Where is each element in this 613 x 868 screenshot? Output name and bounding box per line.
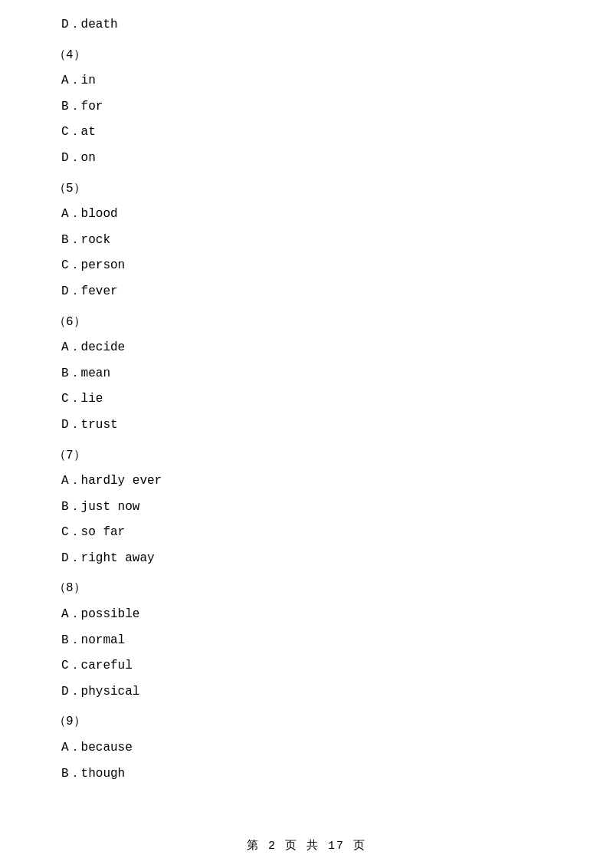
answer-option: A．blood xyxy=(61,205,567,225)
answer-option: D．right away xyxy=(61,549,567,569)
answer-option: A．because xyxy=(61,738,567,758)
answer-option: D．on xyxy=(61,149,567,169)
answer-option: D．physical xyxy=(61,682,567,702)
answer-option: C．lie xyxy=(61,390,567,409)
answer-option: B．just now xyxy=(61,498,567,518)
answer-option: A．decide xyxy=(61,338,567,358)
answer-option: C．so far xyxy=(61,523,567,543)
question-number: （5） xyxy=(54,179,567,199)
question-number: （6） xyxy=(54,313,567,333)
footer-text: 第 2 页 共 17 页 xyxy=(247,840,366,853)
answer-option: B．mean xyxy=(61,364,567,384)
answer-option: D．death xyxy=(61,15,567,35)
answer-option: D．trust xyxy=(61,416,567,436)
answer-option: C．person xyxy=(61,256,567,276)
page-content: D．death（4）A．inB．forC．atD．on（5）A．bloodB．r… xyxy=(0,0,613,836)
question-number: （9） xyxy=(54,712,567,732)
answer-option: B．normal xyxy=(61,631,567,651)
answer-option: B．for xyxy=(61,97,567,117)
answer-option: A．possible xyxy=(61,605,567,625)
answer-option: C．careful xyxy=(61,656,567,676)
answer-option: D．fever xyxy=(61,282,567,302)
answer-option: A．hardly ever xyxy=(61,472,567,492)
question-number: （7） xyxy=(54,446,567,466)
answer-option: C．at xyxy=(61,123,567,143)
answer-option: B．rock xyxy=(61,231,567,251)
question-number: （8） xyxy=(54,579,567,599)
answer-option: B．though xyxy=(61,764,567,784)
question-number: （4） xyxy=(54,46,567,66)
answer-option: A．in xyxy=(61,71,567,91)
page-footer: 第 2 页 共 17 页 xyxy=(0,838,613,853)
